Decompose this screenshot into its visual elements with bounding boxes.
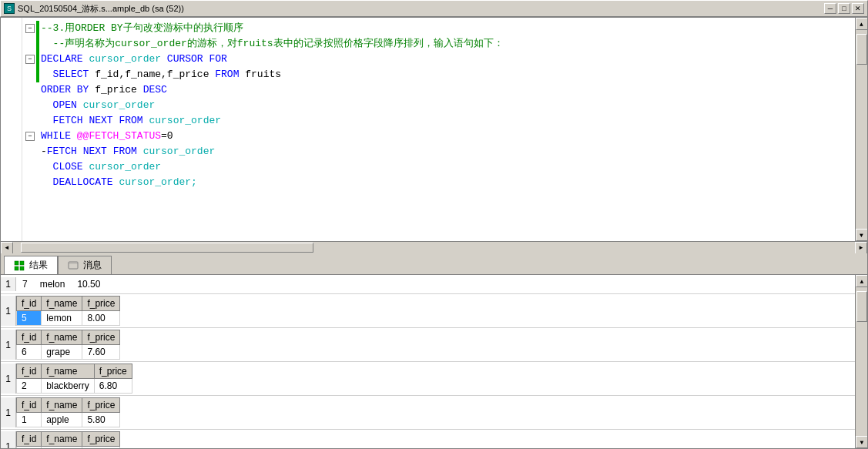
svg-rect-2 — [15, 266, 18, 270]
fold-btn-8[interactable]: − — [25, 132, 35, 141]
scroll-right-arrow[interactable]: ► — [855, 242, 867, 254]
tab-results-label: 结果 — [29, 259, 48, 272]
code-panel[interactable]: − --3.用ORDER BY子句改变游标中的执行顺序 --声明名称为curso… — [22, 18, 855, 241]
td-fid-4: 1 — [17, 413, 42, 427]
td-fname-2: grape — [42, 345, 82, 360]
td-fprice-3: 6.80 — [94, 379, 132, 394]
result-section-5: 1 f_id f_name f_price 3 — [1, 430, 855, 448]
line-num-10 — [1, 159, 18, 175]
scroll-down-arrow[interactable]: ▼ — [856, 229, 868, 241]
green-bar-1 — [36, 21, 39, 36]
svg-rect-4 — [69, 262, 78, 269]
th-fname-1: f_name — [42, 297, 82, 311]
td-fid-2: 6 — [17, 345, 42, 360]
result-table-1: f_id f_name f_price 5 lemon 8.00 — [16, 296, 120, 326]
td-fprice-5: 4.50 — [82, 447, 120, 449]
code-line-6: OPEN cursor_order — [25, 98, 855, 113]
th-fid-4: f_id — [17, 398, 42, 413]
results-scroll-thumb[interactable] — [856, 291, 867, 322]
code-text-1: --3.用ORDER BY子句改变游标中的执行顺序 — [41, 21, 243, 36]
fold-btn-1[interactable]: − — [25, 24, 35, 33]
th-fprice-2: f_price — [82, 330, 120, 345]
th-fprice-4: f_price — [82, 398, 120, 413]
code-line-11: DEALLOCATE cursor_order; — [25, 175, 855, 190]
grid-icon — [14, 260, 25, 271]
result-table-2: f_id f_name f_price 6 grape 7.60 — [16, 330, 120, 360]
results-right-scrollbar[interactable]: ▲ ▼ — [855, 275, 867, 448]
header-row-1: f_id f_name f_price — [17, 297, 120, 311]
tab-bar: 结果 消息 — [1, 253, 867, 275]
close-button[interactable]: ✕ — [852, 3, 864, 14]
th-fprice-5: f_price — [82, 432, 120, 447]
result-section-4: 1 f_id f_name f_price 1 — [1, 396, 855, 430]
results-scroll-track[interactable] — [856, 287, 867, 436]
td-fname-3: blackberry — [42, 379, 94, 394]
line-num-5 — [1, 82, 18, 98]
code-line-8: − WHILE @@FETCH_STATUS=0 — [25, 129, 855, 144]
code-text-6: OPEN cursor_order — [41, 98, 155, 113]
th-fname-5: f_name — [42, 432, 82, 447]
code-text-2: --声明名称为cursor_order的游标，对fruits表中的记录按照价格字… — [41, 36, 504, 52]
th-fname-2: f_name — [42, 330, 82, 345]
val-melon: melon — [40, 279, 65, 290]
th-fid-5: f_id — [17, 432, 42, 447]
tab-messages[interactable]: 消息 — [58, 256, 112, 274]
maximize-button[interactable]: □ — [838, 3, 850, 14]
message-icon — [68, 260, 79, 271]
title-bar: S SQL_20150504_游标.s...ample_db (sa (52))… — [0, 0, 868, 17]
line-num-6 — [1, 98, 18, 113]
results-scroll-down[interactable]: ▼ — [856, 436, 867, 448]
line-num-4 — [1, 67, 18, 82]
row-label-0: 1 — [1, 277, 16, 291]
h-scroll-track[interactable] — [13, 242, 855, 254]
result-inner-1: f_id f_name f_price 5 lemon 8.00 — [16, 296, 855, 326]
horizontal-scrollbar[interactable]: ◄ ► — [1, 241, 867, 253]
editor-right-scrollbar[interactable]: ▲ ▼ — [855, 18, 867, 241]
td-fname-4: apple — [42, 413, 82, 427]
val-7: 7 — [22, 279, 28, 290]
th-fid-1: f_id — [17, 297, 42, 311]
code-line-10: CLOSE cursor_order — [25, 159, 855, 175]
td-fname-1: lemon — [42, 311, 82, 326]
result-section-1: 1 f_id f_name f_price 5 — [1, 294, 855, 328]
line-num-3 — [1, 52, 18, 67]
result-inner-2: f_id f_name f_price 6 grape 7.60 — [16, 330, 855, 360]
result-table-5: f_id f_name f_price 3 orange 4.50 — [16, 431, 120, 448]
scroll-up-arrow[interactable]: ▲ — [856, 18, 868, 30]
tab-results[interactable]: 结果 — [4, 256, 58, 274]
result-section-2: 1 f_id f_name f_price 6 — [1, 328, 855, 362]
scroll-left-arrow[interactable]: ◄ — [1, 242, 13, 254]
row-label-1: 1 — [1, 296, 16, 326]
code-line-9: -FETCH NEXT FROM cursor_order — [25, 144, 855, 159]
td-fid-3: 2 — [17, 379, 42, 394]
result-inner-4: f_id f_name f_price 1 apple 5.80 — [16, 397, 855, 427]
code-text-4: SELECT f_id,f_name,f_price FROM fruits — [41, 67, 281, 82]
title-bar-buttons: ─ □ ✕ — [824, 3, 864, 14]
line-num-7 — [1, 113, 18, 129]
results-scroll-up[interactable]: ▲ — [856, 275, 867, 287]
svg-rect-0 — [15, 261, 18, 265]
row-label-2: 1 — [1, 330, 16, 360]
fold-btn-3[interactable]: − — [25, 55, 35, 64]
minimize-button[interactable]: ─ — [824, 3, 836, 14]
line-num-1 — [1, 21, 18, 36]
th-fid-2: f_id — [17, 330, 42, 345]
code-line-5: ORDER BY f_price DESC — [25, 82, 855, 98]
green-bar-2 — [36, 36, 39, 52]
header-row-2: f_id f_name f_price — [17, 330, 120, 345]
scroll-thumb[interactable] — [856, 34, 867, 65]
code-line-4: SELECT f_id,f_name,f_price FROM fruits — [25, 67, 855, 82]
first-result-values: 7 melon 10.50 — [16, 277, 855, 291]
result-inner-3: f_id f_name f_price 2 blackberry 6.80 — [16, 364, 855, 394]
code-text-7: FETCH NEXT FROM cursor_order — [41, 113, 221, 129]
scroll-track[interactable] — [856, 30, 868, 229]
result-section-3: 1 f_id f_name f_price 2 — [1, 362, 855, 396]
code-line-3: − DECLARE cursor_order CURSOR FOR — [25, 52, 855, 67]
results-content[interactable]: 1 7 melon 10.50 1 f_id — [1, 275, 855, 448]
th-fname-4: f_name — [42, 398, 82, 413]
row-label-4: 1 — [1, 397, 16, 427]
svg-rect-1 — [20, 261, 24, 265]
code-text-11: DEALLOCATE cursor_order; — [41, 175, 197, 190]
h-scroll-thumb[interactable] — [21, 243, 313, 253]
data-row-4: 1 apple 5.80 — [17, 413, 120, 427]
